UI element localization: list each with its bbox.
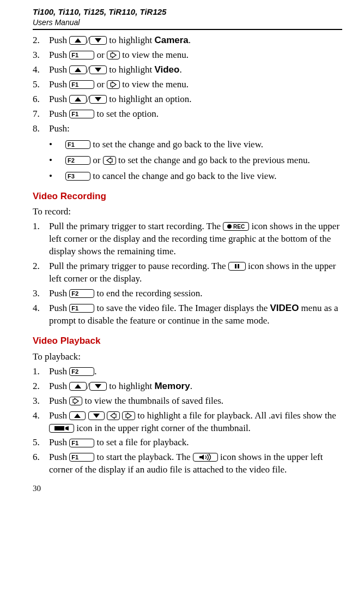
text: . (189, 35, 191, 45)
step-num: 3. (33, 288, 49, 300)
svg-marker-2 (75, 68, 81, 72)
text: to highlight a file for playback. All .a… (137, 410, 336, 421)
step-num: 2. (33, 34, 49, 47)
svg-marker-0 (75, 38, 81, 43)
step-num: 5. (33, 436, 49, 449)
text: to highlight an option. (109, 94, 191, 104)
text: Push (49, 288, 69, 298)
step-2: 2. Push / to highlight Camera. (33, 34, 342, 47)
up-arrow-key (69, 36, 87, 45)
down-arrow-key (88, 411, 105, 420)
svg-point-6 (227, 224, 232, 229)
step-6: 6. Push / to highlight an option. (33, 93, 342, 106)
text: to set the change and go back to the pre… (118, 155, 310, 165)
text: Push (49, 94, 69, 104)
text: or (97, 50, 107, 60)
text: to view the menu. (122, 50, 189, 60)
step-8: 8. Push: (33, 123, 342, 135)
text: icon in the upper right corner of the th… (76, 423, 251, 433)
text: or (97, 79, 107, 89)
page-number: 30 (33, 483, 342, 494)
f2-key: F2 (69, 367, 94, 376)
up-arrow-key (69, 411, 86, 420)
text: Push (49, 452, 69, 462)
bullet-1: • F1 to set the change and go back to th… (49, 139, 342, 151)
text: Push (49, 366, 69, 376)
play-step-6: 6. Push F1 to start the playback. The ic… (33, 451, 342, 476)
step-num: 4. (33, 64, 49, 76)
text: Pull the primary trigger to pause record… (49, 261, 228, 271)
text: to end the recording session. (97, 288, 203, 298)
up-arrow-key (69, 382, 87, 391)
step-7: 7. Push F1 to set the option. (33, 108, 342, 121)
up-arrow-key (69, 65, 87, 74)
text: to view the thumbnails of saved files. (85, 396, 223, 406)
text: to view the menu. (122, 79, 189, 89)
text: to highlight (109, 381, 154, 391)
svg-marker-1 (95, 38, 101, 43)
svg-marker-10 (75, 384, 81, 388)
section-intro: To record: (33, 206, 342, 218)
header-subtitle: Users Manual (33, 17, 342, 30)
section-title-recording: Video Recording (33, 190, 342, 203)
text: to start the playback. The (97, 452, 193, 462)
text: Push (49, 64, 69, 75)
rec-step-2: 2. Pull the primary trigger to pause rec… (33, 260, 342, 285)
f3-key: F3 (65, 172, 90, 181)
target: VIDEO (270, 303, 299, 313)
text: Push (49, 303, 69, 313)
text: to set the option. (97, 109, 159, 119)
svg-marker-12 (74, 414, 81, 418)
f2-key: F2 (65, 156, 90, 165)
step-num: 7. (33, 108, 49, 121)
text: . (190, 381, 192, 391)
right-hand-key (69, 397, 82, 405)
bullet-dot: • (49, 139, 65, 151)
play-step-4: 4. Push to highlight a file for playback… (33, 410, 342, 435)
step-num: 1. (33, 220, 49, 258)
text: to set a file for playback. (97, 437, 189, 447)
text: Push (49, 381, 69, 391)
text: Push (49, 437, 69, 447)
text: Pull the primary trigger to start record… (49, 221, 223, 231)
svg-marker-11 (95, 384, 101, 388)
right-hand-key (122, 411, 135, 420)
step-num: 3. (33, 395, 49, 408)
rec-icon: REC (223, 222, 249, 231)
step-num: 3. (33, 49, 49, 62)
text: to highlight (109, 35, 154, 45)
text: Push (49, 79, 69, 89)
f2-key: F2 (69, 289, 94, 298)
text: Push: (49, 123, 70, 134)
play-step-3: 3. Push to view the thumbnails of saved … (33, 395, 342, 408)
f1-key: F1 (69, 51, 94, 59)
section-title-playback: Video Playback (33, 335, 342, 348)
rec-step-1: 1. Pull the primary trigger to start rec… (33, 220, 342, 258)
section-intro: To playback: (33, 351, 342, 363)
svg-rect-8 (235, 264, 236, 268)
target: Memory (154, 381, 190, 391)
svg-rect-9 (238, 264, 239, 268)
down-arrow-key (89, 65, 107, 74)
left-hand-key (103, 156, 116, 165)
step-num: 4. (33, 302, 49, 327)
up-arrow-key (69, 95, 87, 104)
right-hand-key (107, 51, 120, 59)
bullet-2: • F2 or to set the change and go back to… (49, 154, 342, 167)
text: to set the change and go back to the liv… (93, 139, 263, 149)
text: Push (49, 50, 69, 60)
step-3: 3. Push F1 or to view the menu. (33, 49, 342, 62)
bullet-dot: • (49, 170, 65, 183)
text: Push (49, 396, 69, 406)
rec-step-3: 3. Push F2 to end the recording session. (33, 288, 342, 300)
svg-marker-13 (93, 414, 100, 418)
step-4: 4. Push / to highlight Video. (33, 64, 342, 76)
right-hand-key (107, 80, 120, 89)
f1-key: F1 (65, 140, 90, 149)
header-models: Ti100, Ti110, Ti125, TiR110, TiR125 (33, 7, 342, 17)
step-num: 4. (33, 410, 49, 435)
step-num: 5. (33, 79, 49, 91)
f1-key: F1 (69, 439, 94, 447)
left-hand-key (107, 411, 120, 420)
step-num: 6. (33, 451, 49, 476)
